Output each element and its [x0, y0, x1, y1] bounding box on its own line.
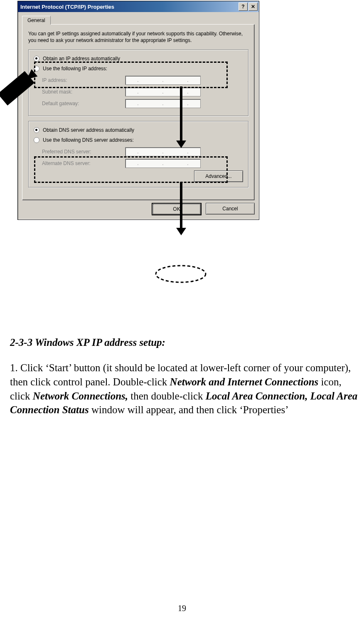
- tcpip-properties-dialog: Internet Protocol (TCP/IP) Properties ? …: [17, 1, 259, 220]
- svg-point-1: [156, 266, 206, 282]
- close-icon: ✕: [251, 4, 255, 9]
- subnet-mask-input[interactable]: ...: [125, 87, 201, 96]
- radio-obtain-ip-auto[interactable]: Obtain an IP address automatically: [34, 56, 243, 62]
- info-text: You can get IP settings assigned automat…: [28, 30, 248, 44]
- tab-strip: General: [22, 15, 255, 24]
- ip-address-row: IP address: ...: [42, 76, 243, 85]
- radio-icon: [34, 56, 39, 62]
- close-button[interactable]: ✕: [248, 2, 258, 11]
- radio-use-following-ip[interactable]: Use the following IP address:: [34, 66, 243, 72]
- window-title: Internet Protocol (TCP/IP) Properties: [20, 4, 238, 10]
- dns-settings-group: Obtain DNS server address automatically …: [28, 121, 248, 187]
- help-icon: ?: [241, 4, 244, 9]
- default-gateway-label: Default gateway:: [42, 101, 125, 106]
- alternate-dns-row: Alternate DNS server: ...: [42, 159, 243, 168]
- help-button[interactable]: ?: [239, 2, 248, 11]
- default-gateway-row: Default gateway: ...: [42, 99, 243, 108]
- document-page: Internet Protocol (TCP/IP) Properties ? …: [0, 0, 364, 619]
- section-heading: 2-3-3 Windows XP IP address setup:: [10, 337, 360, 348]
- default-gateway-input[interactable]: ...: [125, 99, 201, 108]
- cancel-button[interactable]: Cancel: [206, 203, 255, 215]
- radio-icon: [34, 127, 39, 133]
- tab-panel-general: You can get IP settings assigned automat…: [22, 24, 255, 200]
- radio-icon: [34, 66, 39, 72]
- subnet-mask-label: Subnet mask:: [42, 89, 125, 95]
- alternate-dns-input[interactable]: ...: [125, 159, 201, 168]
- preferred-dns-input[interactable]: ...: [125, 147, 201, 156]
- dialog-client-area: General You can get IP settings assigned…: [18, 12, 259, 219]
- radio-icon: [34, 137, 39, 143]
- alternate-dns-label: Alternate DNS server:: [42, 160, 125, 166]
- tab-general[interactable]: General: [22, 16, 51, 25]
- advanced-button[interactable]: Advanced...: [194, 170, 243, 182]
- document-body: 2-3-3 Windows XP IP address setup: 1. Cl…: [10, 337, 360, 417]
- ip-settings-group: Obtain an IP address automatically Use t…: [28, 49, 248, 116]
- annotation-highlight-ok: [154, 264, 208, 284]
- instruction-paragraph: 1. Click ‘Start’ button (it should be lo…: [10, 361, 360, 417]
- ok-button[interactable]: OK: [152, 203, 202, 215]
- ip-address-input[interactable]: ...: [125, 76, 201, 85]
- radio-use-following-dns[interactable]: Use the following DNS server addresses:: [34, 137, 243, 143]
- titlebar[interactable]: Internet Protocol (TCP/IP) Properties ? …: [18, 1, 259, 12]
- ip-address-label: IP address:: [42, 77, 125, 83]
- page-number: 19: [0, 604, 364, 613]
- radio-obtain-dns-auto[interactable]: Obtain DNS server address automatically: [34, 127, 243, 133]
- dialog-actions: OK Cancel: [22, 203, 255, 215]
- subnet-mask-row: Subnet mask: ...: [42, 87, 243, 96]
- preferred-dns-label: Preferred DNS server:: [42, 149, 125, 155]
- preferred-dns-row: Preferred DNS server: ...: [42, 147, 243, 156]
